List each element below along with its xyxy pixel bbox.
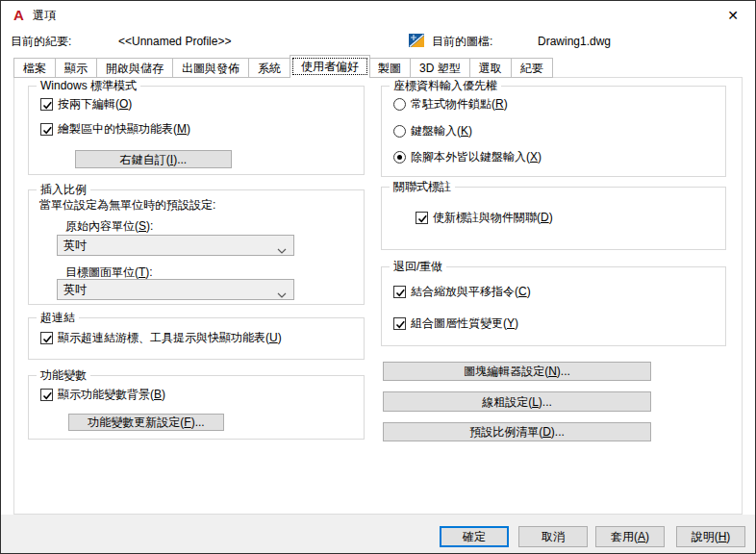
footer-bar: 確定 取消 套用(A) 說明(H) xyxy=(1,515,755,554)
tab-selection[interactable]: 選取 xyxy=(470,58,512,78)
associate-dimensions-label: 使新標註與物件關聯(D) xyxy=(433,211,553,225)
tab-bar: 檔案 顯示 開啟與儲存 出圖與發佈 系統 使用者偏好 製圖 3D 塑型 選取 紀… xyxy=(13,55,553,78)
window-title: 選項 xyxy=(33,9,56,23)
cancel-button[interactable]: 取消 xyxy=(518,526,588,547)
radio-icon xyxy=(393,98,406,111)
chevron-down-icon xyxy=(277,288,287,301)
combine-zoom-pan-label: 結合縮放與平移指令(C) xyxy=(411,285,531,299)
radio-icon xyxy=(393,125,406,138)
checkbox-icon xyxy=(393,317,406,330)
field-background-label: 顯示功能變數背景(B) xyxy=(58,388,165,402)
checkbox-icon xyxy=(393,286,406,298)
lineweight-settings-button[interactable]: 線粗設定(L)... xyxy=(383,391,651,412)
combine-layer-property-label: 組合圖層性質變更(Y) xyxy=(411,316,518,331)
running-osnap-radio[interactable]: 常駐式物件鎖點(R) xyxy=(393,97,508,112)
tab-user-preferences[interactable]: 使用者偏好 xyxy=(290,55,370,78)
current-profile-label: 目前的紀要: xyxy=(11,35,71,49)
tab-display[interactable]: 顯示 xyxy=(56,58,97,78)
current-drawing-label: 目前的圖檔: xyxy=(432,35,492,49)
help-button[interactable]: 說明(H) xyxy=(676,526,745,547)
source-content-units-value: 英吋 xyxy=(63,238,87,254)
shortcut-menus-checkbox[interactable]: 繪製區中的快顯功能表(M) xyxy=(40,122,190,137)
target-drawing-units-value: 英吋 xyxy=(63,282,87,298)
checkbox-icon xyxy=(416,212,428,224)
tab-3d-modeling[interactable]: 3D 塑型 xyxy=(411,58,470,78)
ok-button[interactable]: 確定 xyxy=(440,526,509,547)
group-associative-dimensioning: 關聯式標註 使新標註與物件關聯(D) xyxy=(381,187,726,250)
target-drawing-units-label: 目標圖面單位(T): xyxy=(65,265,153,280)
close-icon[interactable]: ✕ xyxy=(724,7,742,24)
keyboard-entry-radio[interactable]: 鍵盤輸入(K) xyxy=(393,124,472,138)
right-click-customization-button[interactable]: 右鍵自訂(I)... xyxy=(75,150,232,168)
field-background-checkbox[interactable]: 顯示功能變數背景(B) xyxy=(40,388,165,402)
checkbox-icon xyxy=(40,123,53,136)
keyboard-entry-except-scripts-label: 除腳本外皆以鍵盤輸入(X) xyxy=(411,150,542,164)
tab-system[interactable]: 系統 xyxy=(249,58,290,78)
group-windows-standard-legend: Windows 標準模式 xyxy=(37,79,140,93)
source-content-units-label: 原始內容單位(S): xyxy=(65,219,153,234)
group-coordinate-entry: 座標資料輸入優先權 常駐式物件鎖點(R) 鍵盤輸入(K) 除腳本外皆以鍵盤輸入(… xyxy=(381,86,726,177)
chevron-down-icon xyxy=(277,243,287,257)
tab-plot-publish[interactable]: 出圖與發佈 xyxy=(173,58,249,78)
keyboard-entry-except-scripts-radio[interactable]: 除腳本外皆以鍵盤輸入(X) xyxy=(393,150,542,164)
group-windows-standard: Windows 標準模式 按兩下編輯(O) 繪製區中的快顯功能表(M) 右鍵自訂… xyxy=(28,86,365,175)
keyboard-entry-label: 鍵盤輸入(K) xyxy=(411,124,472,138)
radio-icon xyxy=(393,151,406,164)
double-click-editing-label: 按兩下編輯(O) xyxy=(58,97,132,112)
group-undo-redo-legend: 退回/重做 xyxy=(390,260,446,274)
options-dialog: A 選項 ✕ 目前的紀要: <<Unnamed Profile>> 目前的圖檔:… xyxy=(0,0,756,554)
checkbox-icon xyxy=(40,332,53,344)
group-hyperlink: 超連結 顯示超連結游標、工具提示與快顯功能表(U) xyxy=(28,317,365,360)
autocad-icon: A xyxy=(11,7,27,23)
block-editor-settings-button[interactable]: 圖塊編輯器設定(N)... xyxy=(383,362,651,381)
default-scale-list-button[interactable]: 預設比例清單(D)... xyxy=(383,422,651,441)
shortcut-menus-label: 繪製區中的快顯功能表(M) xyxy=(58,122,190,137)
group-hyperlink-legend: 超連結 xyxy=(37,311,79,325)
checkbox-icon xyxy=(40,389,53,401)
group-associative-dimensioning-legend: 關聯式標註 xyxy=(390,180,455,194)
user-preferences-page: Windows 標準模式 按兩下編輯(O) 繪製區中的快顯功能表(M) 右鍵自訂… xyxy=(13,77,743,515)
combine-zoom-pan-checkbox[interactable]: 結合縮放與平移指令(C) xyxy=(393,285,531,299)
group-insertion-scale-legend: 插入比例 xyxy=(37,183,90,197)
associate-dimensions-checkbox[interactable]: 使新標註與物件關聯(D) xyxy=(416,211,553,225)
dwg-file-icon xyxy=(409,33,424,48)
field-update-settings-button[interactable]: 功能變數更新設定(F)... xyxy=(68,414,224,431)
group-insertion-scale: 插入比例 當單位設定為無單位時的預設設定: 原始內容單位(S): 英吋 目標圖面… xyxy=(28,189,365,305)
tab-profiles[interactable]: 紀要 xyxy=(512,58,553,78)
group-coordinate-entry-legend: 座標資料輸入優先權 xyxy=(390,79,501,93)
hyperlink-cursor-label: 顯示超連結游標、工具提示與快顯功能表(U) xyxy=(58,331,282,345)
tab-files[interactable]: 檔案 xyxy=(13,58,56,78)
group-fields: 功能變數 顯示功能變數背景(B) 功能變數更新設定(F)... xyxy=(28,375,365,440)
combine-layer-property-checkbox[interactable]: 組合圖層性質變更(Y) xyxy=(393,316,518,331)
tab-open-save[interactable]: 開啟與儲存 xyxy=(97,58,173,78)
group-undo-redo: 退回/重做 結合縮放與平移指令(C) 組合圖層性質變更(Y) xyxy=(381,266,726,346)
hyperlink-cursor-checkbox[interactable]: 顯示超連結游標、工具提示與快顯功能表(U) xyxy=(40,331,282,345)
checkbox-icon xyxy=(40,98,53,111)
insertion-scale-description: 當單位設定為無單位時的預設設定: xyxy=(39,198,215,213)
double-click-editing-checkbox[interactable]: 按兩下編輯(O) xyxy=(40,97,132,112)
target-drawing-units-select[interactable]: 英吋 xyxy=(57,279,294,300)
source-content-units-select[interactable]: 英吋 xyxy=(57,235,294,256)
apply-button[interactable]: 套用(A) xyxy=(595,526,665,547)
running-osnap-label: 常駐式物件鎖點(R) xyxy=(411,97,508,112)
current-drawing-value: Drawing1.dwg xyxy=(538,35,611,49)
current-profile-value: <<Unnamed Profile>> xyxy=(118,35,231,49)
title-bar: A 選項 ✕ xyxy=(1,1,755,30)
group-fields-legend: 功能變數 xyxy=(37,368,90,383)
tab-drafting[interactable]: 製圖 xyxy=(369,58,411,78)
